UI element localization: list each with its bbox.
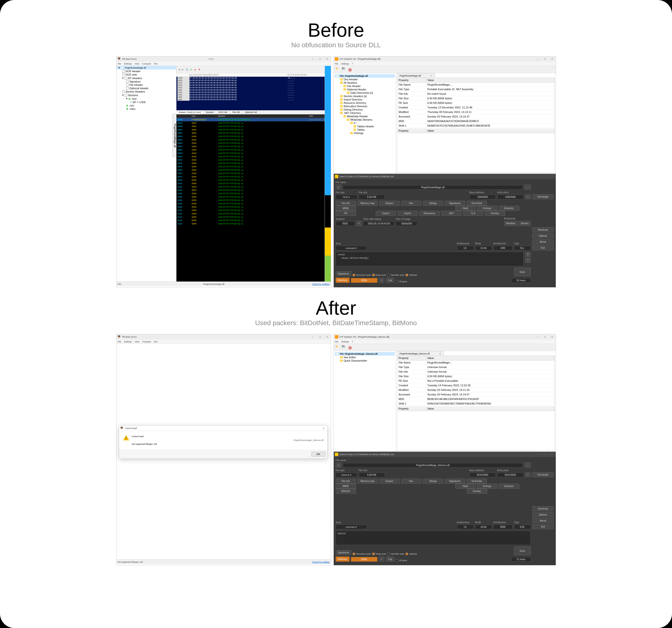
die-scan-mode[interactable]: Automatic ▾ <box>336 525 367 529</box>
die-btn-hex[interactable]: Hex <box>401 479 422 484</box>
disasm-row[interactable]: 31180000ADD BYTE PTR [EAX], AL <box>176 222 325 226</box>
hex-row[interactable]: 135600 00 00 00 00 00 00 00 00 00 00 00 … <box>176 96 325 98</box>
disasm-row[interactable]: 30E80000ADD BYTE PTR [EAX], AL <box>176 141 325 145</box>
menu-settings[interactable]: Settings <box>341 63 349 65</box>
table-row[interactable]: ModifiedSunday 26 February 2023, 14.11.1… <box>397 388 554 392</box>
disasm-row[interactable]: 310A0000ADD BYTE PTR [EAX], AL <box>176 199 325 202</box>
die-shortcuts[interactable]: Shortcuts <box>532 227 554 232</box>
disasm-row[interactable]: 30E40000ADD BYTE PTR [EAX], AL <box>176 135 325 138</box>
die-browse[interactable]: ... <box>524 463 531 468</box>
tree-node[interactable]: MetaData Header <box>335 115 395 118</box>
die-btn-mime[interactable]: MIME <box>336 206 356 211</box>
open-icon[interactable]: 📂 <box>336 345 340 350</box>
search-icon[interactable]: 🔍 <box>186 68 188 71</box>
hex-row[interactable]: 132600 00 00 00 00 00 00 00 00 00 00 00 … <box>176 89 325 91</box>
tree-node[interactable]: Signature <box>117 80 176 83</box>
menu-file[interactable]: File <box>118 63 121 65</box>
cff-file-tab[interactable]: PluginRocketMagic.dll✕ <box>397 73 435 78</box>
hex-row[interactable]: 134600 00 00 00 00 00 00 00 00 00 00 00 … <box>176 94 325 96</box>
hex-row[interactable]: 12F600 00 00 00 00 00 00 00 00 00 00 00 … <box>176 82 325 84</box>
maximize-button[interactable]: ☐ <box>316 334 323 340</box>
cff-file-tab[interactable]: PluginRocketMagic_bitmono.dll✕ <box>397 351 444 356</box>
nav-fwd-icon[interactable]: ▶ <box>182 68 184 71</box>
die-demangle[interactable]: Demangle <box>532 194 554 199</box>
close-button[interactable]: ✕ <box>323 334 331 340</box>
disasm-row[interactable]: 30DC0000ADD BYTE PTR [EAX], AL <box>176 121 325 125</box>
hex-row[interactable]: 136600 00 00 00 00 00 00 00 00 00 00 00 … <box>176 98 325 101</box>
maximize-button[interactable]: ☐ <box>541 174 549 179</box>
chk-heuristic[interactable]: Heuristic scan <box>387 274 404 276</box>
table-row[interactable]: File TypeUnknown format <box>397 365 554 370</box>
die-about[interactable]: About <box>532 518 554 523</box>
die-filetype[interactable]: MSDOS ▾ <box>336 473 357 477</box>
die-btn-tls[interactable]: TLS <box>463 211 483 216</box>
tree-node[interactable]: Optional Header <box>117 87 176 90</box>
tree-node[interactable]: Nt Headers <box>335 81 395 85</box>
hex-row[interactable]: 12E600 00 00 00 00 00 00 00 00 00 00 00 … <box>176 79 325 82</box>
die-options[interactable]: Options <box>532 512 554 517</box>
hex-row[interactable]: 12D6FF 25 00 20 00 10 00 00 00 00 00 00 … <box>176 77 325 79</box>
close-button[interactable]: ✕ <box>323 56 331 62</box>
disasm-row[interactable]: 31000000ADD BYTE PTR [EAX], AL <box>176 182 325 185</box>
tree-node[interactable]: Tables <box>335 128 395 132</box>
close-button[interactable]: ✕ <box>549 56 556 62</box>
tree-node[interactable]: Resource Directory <box>335 101 395 104</box>
tab-disasm[interactable]: Disasm: [.text] to [.rsrc] <box>176 110 203 114</box>
tree-node[interactable]: File Header <box>335 85 395 88</box>
menu-file[interactable]: File <box>335 63 338 65</box>
die-filename-field[interactable]: PluginRocketMagic_bitmono.dll <box>343 463 523 468</box>
die-directory[interactable]: Directory <box>336 557 350 562</box>
disasm-row[interactable]: 30E20000ADD BYTE PTR [EAX], AL <box>176 132 325 135</box>
table-row[interactable]: AccessedSunday 26 February 2023, 14.16.3… <box>397 114 554 119</box>
ok-button[interactable]: OK <box>311 452 325 457</box>
minimize-button[interactable]: ─ <box>534 452 541 457</box>
menu-settings[interactable]: Settings <box>341 341 349 343</box>
tree-node[interactable]: MetaData Streams <box>335 118 395 121</box>
vertical-file-tab[interactable]: PluginRocketMagic.dll <box>172 114 176 157</box>
die-browse[interactable]: ... <box>524 185 531 190</box>
disasm-row[interactable]: 30EE0000ADD BYTE PTR [EAX], AL <box>176 152 325 155</box>
die-log[interactable]: Log <box>386 278 394 283</box>
cff-titlebar[interactable]: CFF Explorer VIII - [PluginRocketMagic.d… <box>334 56 556 62</box>
tree-node[interactable]: ⇒ EP = 12D6 <box>117 100 176 104</box>
tab-doshdr[interactable]: DOS Hdr <box>216 110 230 114</box>
cff-tree-root[interactable]: 📄 File: PluginRocketMagic.dll <box>335 74 395 78</box>
menu-info[interactable]: Info <box>154 63 158 65</box>
chk-recursive[interactable]: Recursive scan <box>353 274 371 276</box>
disasm-row[interactable]: 30F80000ADD BYTE PTR [EAX], AL <box>176 168 325 172</box>
die-directory[interactable]: Directory <box>336 278 350 283</box>
die-btn-mime[interactable]: MIME <box>336 484 356 489</box>
nav-back-icon[interactable]: ◀ <box>178 68 180 71</box>
save-icon[interactable]: 💾 <box>342 345 346 350</box>
tree-node[interactable]: Dos Header <box>335 78 395 81</box>
disasm-row[interactable]: 31060000ADD BYTE PTR [EAX], AL <box>176 192 325 195</box>
table-row[interactable]: PE Size6.50 KB (6656 bytes) <box>397 101 554 105</box>
die-btn-hash[interactable]: Hash <box>455 206 476 211</box>
disasm-row[interactable]: 30E60000ADD BYTE PTR [EAX], AL <box>176 138 325 141</box>
table-row[interactable]: SHA-10939B70CF5726790EA951F69C7E4B7C0BE9… <box>397 123 554 128</box>
tree-node[interactable]: Tables Header <box>335 125 395 128</box>
close-tab-icon[interactable]: ✕ <box>439 352 441 355</box>
close-button[interactable]: ✕ <box>549 452 556 457</box>
die-scan-result[interactable]: ▾ PE32 Library: .NET(v4.0.30319)[-] <box>336 252 524 266</box>
menu-view[interactable]: View <box>135 63 139 65</box>
menu-settings[interactable]: Settings <box>124 341 132 343</box>
die-exit[interactable]: Exit <box>532 524 554 529</box>
chk-verbose[interactable]: Verbose <box>406 274 417 276</box>
chk-verbose[interactable]: Verbose <box>406 553 417 555</box>
disasm-row[interactable]: 30DE0000ADD BYTE PTR [EAX], AL <box>176 125 325 128</box>
die-btn-strings[interactable]: Strings <box>423 479 443 484</box>
minimize-button[interactable]: ─ <box>309 56 316 62</box>
tree-node[interactable]: Optional Header <box>335 88 395 91</box>
die-options[interactable]: Options <box>532 233 554 238</box>
tab-opthdr[interactable]: Optional Hdr <box>243 110 260 114</box>
disasm-row[interactable]: 31160000ADD BYTE PTR [EAX], AL <box>176 219 325 222</box>
tag-icon[interactable]: 🏷 <box>190 68 192 71</box>
die-btn-strings[interactable]: Strings <box>423 201 443 206</box>
menu-file[interactable]: File <box>118 341 121 343</box>
maximize-button[interactable]: ☐ <box>316 56 323 62</box>
die-btn-virustotal[interactable]: VirusTotal <box>466 479 487 484</box>
tree-node[interactable]: Section Headers [x] <box>335 94 395 98</box>
die-log[interactable]: Log <box>386 557 394 562</box>
check-updates-link[interactable]: Check for updates <box>312 561 329 563</box>
